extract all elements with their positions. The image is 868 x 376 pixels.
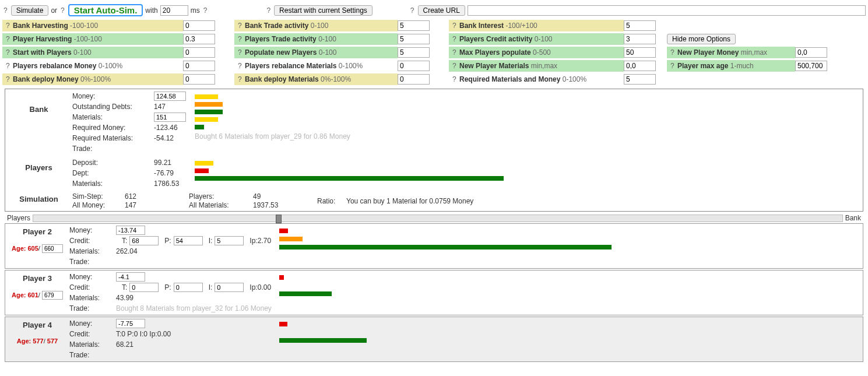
player-credit-i-input[interactable] <box>215 236 244 245</box>
new-player-materials-input[interactable] <box>624 61 656 71</box>
max-players-label: ? Max Players populate 0-500 <box>449 47 624 58</box>
slider-players-label: Players <box>5 214 33 222</box>
players-credit-input[interactable] <box>624 34 656 44</box>
player-money-input[interactable] <box>116 319 145 328</box>
bank-money-input[interactable] <box>154 92 186 101</box>
bank-harvesting-label: ? Bank Harvesting -100-100 <box>2 20 183 31</box>
player-credit-label: Credit: <box>69 330 116 338</box>
ms-input[interactable] <box>160 5 188 16</box>
player-harvesting-label: ? Player Harvesting -100-100 <box>2 33 183 45</box>
player-age-max-input[interactable] <box>42 291 63 300</box>
players-bank-slider[interactable] <box>33 215 843 222</box>
bank-trade-message: Bought 6 Materials from player_29 for 0.… <box>195 132 863 140</box>
player-trade-label: Trade: <box>69 351 116 359</box>
player-name: Player 2 <box>5 227 69 236</box>
players-materials-bar <box>195 176 504 181</box>
help-icon[interactable]: ? <box>59 6 66 15</box>
player-money-bar <box>279 322 287 326</box>
players-trade-label: ? Players Trade activity 0-100 <box>234 33 398 45</box>
player-card: Player 3Age: 601/ Money:Credit:T:P:I:Ip:… <box>5 270 863 315</box>
player-credit-label: Credit: <box>69 283 116 291</box>
player-materials-bar <box>279 245 612 250</box>
sim-ratio-label: Ratio: <box>317 197 346 205</box>
help-icon[interactable]: ? <box>409 6 416 15</box>
players-dept-value: -76.79 <box>154 169 174 177</box>
rebalance-money-input[interactable] <box>183 61 215 71</box>
bank-debts-value: 147 <box>154 103 166 111</box>
player-trade-message: Bought 8 Materials from player_32 for 1.… <box>116 304 272 312</box>
bank-materials-bar <box>195 110 223 114</box>
bank-req-money-label: Required Money: <box>72 124 154 132</box>
sim-allmoney-value: 147 <box>125 201 166 209</box>
players-dept-bar <box>195 168 209 173</box>
rebalance-materials-input[interactable] <box>398 61 430 71</box>
rebalance-materials-label: ? Players rebalance Materials 0-100% <box>234 60 398 72</box>
bank-req-mat-label: Required Materials: <box>72 134 154 142</box>
players-title: Players <box>5 157 72 189</box>
sim-players-label: Players: <box>189 192 253 201</box>
bank-interest-input[interactable] <box>624 20 656 31</box>
restart-button[interactable]: Restart with current Settings <box>274 5 372 16</box>
create-url-button[interactable]: Create URL <box>418 5 465 16</box>
help-icon[interactable]: ? <box>2 6 9 15</box>
required-mat-money-input[interactable] <box>624 74 656 85</box>
simulate-button[interactable]: Simulate <box>11 5 49 16</box>
player-credit-p-input[interactable] <box>174 236 203 245</box>
bank-materials-input[interactable] <box>154 113 186 122</box>
bank-deploy-money-input[interactable] <box>183 74 215 85</box>
bank-deploy-materials-input[interactable] <box>398 74 430 85</box>
player-materials-label: Materials: <box>69 247 116 255</box>
help-icon[interactable]: ? <box>265 6 272 15</box>
player-name: Player 4 <box>5 321 69 329</box>
player-max-age-input[interactable] <box>795 61 827 71</box>
start-players-input[interactable] <box>183 47 215 58</box>
player-materials-bar <box>279 291 332 296</box>
sim-players-value: 49 <box>253 192 294 201</box>
bank-trade-label: ? Bank Trade activity 0-100 <box>234 20 398 31</box>
player-credit-p-input[interactable] <box>174 283 203 292</box>
players-materials-label: Materials: <box>72 180 154 188</box>
player-age: Age: 605/ <box>5 244 69 253</box>
bank-trade-input[interactable] <box>398 20 430 31</box>
required-mat-money-label: ? Required Materials and Money 0-100% <box>449 73 624 85</box>
bank-deploy-money-label: ? Bank deploy Money 0%-100% <box>2 73 183 85</box>
player-money-input[interactable] <box>116 226 145 235</box>
player-age-max-input[interactable] <box>42 244 63 253</box>
player-card: Player 2Age: 605/ Money:Credit:T:P:I:Ip:… <box>5 223 863 269</box>
new-player-money-input[interactable] <box>795 47 827 58</box>
player-money-bar <box>279 275 284 280</box>
sim-step-label: Sim-Step: <box>72 192 125 201</box>
max-players-input[interactable] <box>624 47 656 58</box>
url-input[interactable] <box>468 5 866 16</box>
ms-label: ms <box>191 6 200 15</box>
player-money-label: Money: <box>69 319 116 328</box>
player-materials-value: 262.04 <box>116 247 138 255</box>
bank-interest-label: ? Bank Interest -100/+100 <box>449 20 624 31</box>
populate-input[interactable] <box>398 47 430 58</box>
player-credit-value: T:0 P:0 I:0 Ip:0.00 <box>116 330 171 338</box>
bank-title: Bank <box>5 91 72 154</box>
player-trade-label: Trade: <box>69 304 116 312</box>
player-harvesting-input[interactable] <box>183 34 215 44</box>
player-materials-value: 43.99 <box>116 294 133 302</box>
player-materials-label: Materials: <box>69 294 116 302</box>
players-credit-label: ? Players Credit activity 0-100 <box>449 33 624 45</box>
bank-harvesting-input[interactable] <box>183 20 215 31</box>
bank-req-mat-value: -54.12 <box>154 134 174 142</box>
player-credit-i-input[interactable] <box>215 283 244 292</box>
player-materials-label: Materials: <box>69 340 116 349</box>
player-credit-t-input[interactable] <box>129 283 159 292</box>
slider-thumb[interactable] <box>276 215 282 223</box>
players-trade-input[interactable] <box>398 34 430 44</box>
help-icon[interactable]: ? <box>202 6 209 15</box>
start-auto-sim-button[interactable]: Start Auto-Sim. <box>68 4 143 16</box>
player-card: Player 4Age: 577/ 577Money:Credit:T:0 P:… <box>5 317 863 362</box>
player-money-input[interactable] <box>116 272 145 282</box>
hide-more-options-button[interactable]: Hide more Options <box>667 34 736 44</box>
bank-money-bar <box>195 94 218 99</box>
sim-allmat-value: 1937.53 <box>253 201 294 209</box>
player-credit-ip-value: Ip:0.00 <box>249 283 271 291</box>
player-credit-t-input[interactable] <box>129 236 159 245</box>
player-name: Player 3 <box>5 274 69 283</box>
slider-bank-label: Bank <box>843 214 863 222</box>
